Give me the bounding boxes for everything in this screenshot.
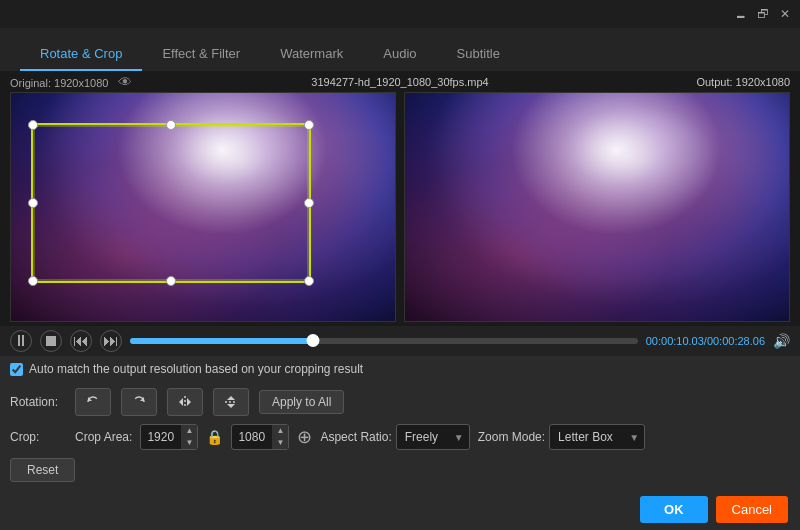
reset-button[interactable]: Reset bbox=[10, 458, 75, 482]
settings-area: Rotation: bbox=[0, 382, 800, 488]
crop-handle-bm[interactable] bbox=[166, 276, 176, 286]
aspect-group: Aspect Ratio: Freely 16:9 4:3 1:1 Custom… bbox=[320, 424, 469, 450]
time-display: 00:00:10.03/00:00:28.06 bbox=[646, 335, 765, 347]
progress-bar[interactable] bbox=[130, 338, 638, 344]
crop-width-wrap: ▲ ▼ bbox=[140, 424, 198, 450]
flip-h-button[interactable] bbox=[167, 388, 203, 416]
video-panel-right bbox=[404, 92, 790, 322]
bottom-bar: OK Cancel bbox=[0, 488, 800, 530]
svg-marker-4 bbox=[187, 398, 191, 406]
crop-label: Crop: bbox=[10, 430, 65, 444]
progress-fill bbox=[130, 338, 313, 344]
close-button[interactable]: ✕ bbox=[778, 7, 792, 21]
controls-bar: ⏸ ⏹ ⏮ ⏭ 00:00:10.03/00:00:28.06 🔊 bbox=[0, 326, 800, 356]
crop-section: Crop Area: ▲ ▼ 🔒 ▲ ▼ ⊕ bbox=[75, 424, 645, 450]
titlebar: 🗕 🗗 ✕ bbox=[0, 0, 800, 28]
tab-watermark[interactable]: Watermark bbox=[260, 38, 363, 71]
auto-match-checkbox[interactable] bbox=[10, 363, 23, 376]
tab-subtitle[interactable]: Subtitle bbox=[437, 38, 520, 71]
zoom-label: Zoom Mode: bbox=[478, 430, 545, 444]
info-top-bar: Original: 1920x1080 👁 3194277-hd_1920_10… bbox=[0, 72, 800, 92]
prev-frame-button[interactable]: ⏮ bbox=[70, 330, 92, 352]
aspect-label: Aspect Ratio: bbox=[320, 430, 391, 444]
flip-v-button[interactable] bbox=[213, 388, 249, 416]
width-spinners: ▲ ▼ bbox=[181, 425, 197, 449]
video-preview-right bbox=[405, 93, 789, 321]
tab-effect-filter[interactable]: Effect & Filter bbox=[142, 38, 260, 71]
aspect-ratio-select[interactable]: Freely 16:9 4:3 1:1 Custom bbox=[396, 424, 470, 450]
output-label: Output: 1920x1080 bbox=[696, 76, 790, 88]
next-frame-button[interactable]: ⏭ bbox=[100, 330, 122, 352]
rotate-cw-button[interactable] bbox=[121, 388, 157, 416]
video-panel-left bbox=[10, 92, 396, 322]
crop-row: Crop: Crop Area: ▲ ▼ 🔒 ▲ ▼ bbox=[10, 424, 790, 450]
maximize-button[interactable]: 🗗 bbox=[756, 7, 770, 21]
crop-overlay[interactable] bbox=[31, 123, 311, 283]
video-preview-left bbox=[11, 93, 395, 321]
volume-icon[interactable]: 🔊 bbox=[773, 333, 790, 349]
stop-button[interactable]: ⏹ bbox=[40, 330, 62, 352]
crop-handle-mr[interactable] bbox=[304, 198, 314, 208]
tab-rotate-crop[interactable]: Rotate & Crop bbox=[20, 38, 142, 71]
main-window: 🗕 🗗 ✕ Rotate & Crop Effect & Filter Wate… bbox=[0, 0, 800, 530]
height-spinners: ▲ ▼ bbox=[272, 425, 288, 449]
height-up-button[interactable]: ▲ bbox=[272, 425, 288, 437]
pause-button[interactable]: ⏸ bbox=[10, 330, 32, 352]
zoom-mode-select[interactable]: Letter Box Pan & Scan Full bbox=[549, 424, 645, 450]
rotation-label: Rotation: bbox=[10, 395, 65, 409]
lock-icon[interactable]: 🔒 bbox=[206, 429, 223, 445]
rotate-ccw-button[interactable] bbox=[75, 388, 111, 416]
height-down-button[interactable]: ▼ bbox=[272, 437, 288, 449]
checkbox-row: Auto match the output resolution based o… bbox=[0, 356, 800, 382]
svg-marker-3 bbox=[179, 398, 183, 406]
eye-icon[interactable]: 👁 bbox=[118, 74, 132, 90]
width-up-button[interactable]: ▲ bbox=[181, 425, 197, 437]
crop-handle-bl[interactable] bbox=[28, 276, 38, 286]
tab-bar: Rotate & Crop Effect & Filter Watermark … bbox=[0, 28, 800, 72]
zoom-group: Zoom Mode: Letter Box Pan & Scan Full ▼ bbox=[478, 424, 645, 450]
apply-all-button[interactable]: Apply to All bbox=[259, 390, 344, 414]
crop-handle-tl[interactable] bbox=[28, 120, 38, 130]
minimize-button[interactable]: 🗕 bbox=[734, 7, 748, 21]
zoom-mode-select-wrap: Letter Box Pan & Scan Full ▼ bbox=[549, 424, 645, 450]
filename-label: 3194277-hd_1920_1080_30fps.mp4 bbox=[311, 76, 488, 88]
crop-height-wrap: ▲ ▼ bbox=[231, 424, 289, 450]
width-down-button[interactable]: ▼ bbox=[181, 437, 197, 449]
svg-marker-6 bbox=[227, 396, 235, 400]
rotation-row: Rotation: bbox=[10, 388, 790, 416]
tab-audio[interactable]: Audio bbox=[363, 38, 436, 71]
svg-marker-7 bbox=[227, 404, 235, 408]
crop-area-label: Crop Area: bbox=[75, 430, 132, 444]
video-panels bbox=[0, 92, 800, 326]
aspect-ratio-select-wrap: Freely 16:9 4:3 1:1 Custom ▼ bbox=[396, 424, 470, 450]
crop-center-icon: ⊕ bbox=[297, 426, 312, 448]
crop-handle-ml[interactable] bbox=[28, 198, 38, 208]
cancel-button[interactable]: Cancel bbox=[716, 496, 788, 523]
crop-handle-br[interactable] bbox=[304, 276, 314, 286]
progress-handle[interactable] bbox=[306, 334, 319, 347]
crop-handle-tm[interactable] bbox=[166, 120, 176, 130]
auto-match-label: Auto match the output resolution based o… bbox=[29, 362, 363, 376]
ok-button[interactable]: OK bbox=[640, 496, 708, 523]
crop-handle-tr[interactable] bbox=[304, 120, 314, 130]
original-label: Original: 1920x1080 👁 bbox=[10, 74, 132, 90]
